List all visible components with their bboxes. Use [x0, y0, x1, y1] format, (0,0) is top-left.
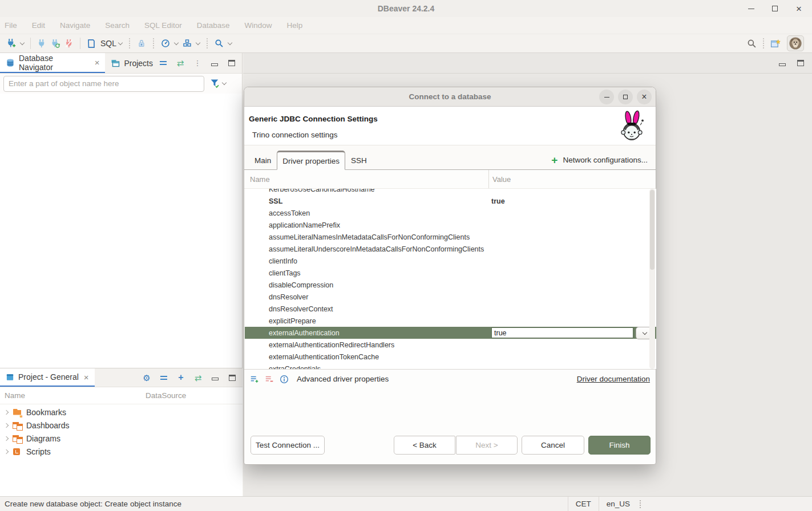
search-icon[interactable]	[212, 36, 226, 51]
driver-property-row[interactable]: dnsResolverContext	[245, 303, 656, 315]
next-button[interactable]: Next >	[456, 436, 518, 455]
tree-item-dashboards[interactable]: Dashboards	[0, 419, 243, 432]
dialog-minimize-icon[interactable]	[599, 90, 614, 104]
link-with-editor-icon[interactable]: ⇄	[193, 373, 203, 382]
tree-item-bookmarks[interactable]: Bookmarks	[0, 405, 243, 419]
menu-file[interactable]: File	[5, 21, 17, 30]
maximize-panel-icon[interactable]	[227, 59, 236, 68]
view-menu-icon[interactable]: ⋮	[193, 59, 202, 68]
driver-property-row[interactable]: clientInfo	[245, 255, 656, 267]
collapse-all-icon[interactable]	[159, 59, 168, 68]
dashboard-gauge-icon[interactable]	[159, 36, 172, 51]
column-name[interactable]: Name	[244, 175, 488, 184]
menu-database[interactable]: Database	[197, 21, 230, 30]
expander-chevron-icon[interactable]	[4, 436, 9, 440]
tab-ssh[interactable]: SSH	[345, 152, 373, 169]
minimize-panel-icon[interactable]	[778, 59, 787, 68]
close-tab-icon[interactable]: ×	[84, 373, 89, 382]
driver-property-row[interactable]: assumeLiteralUnderscoreInMetadataCallsFo…	[245, 243, 656, 255]
database-navigator-tree[interactable]	[0, 94, 242, 388]
chevron-down-icon[interactable]	[20, 40, 25, 44]
sql-editor-icon[interactable]	[84, 36, 98, 51]
network-configurations-button[interactable]: + Network configurations...	[551, 156, 648, 164]
tab-main[interactable]: Main	[249, 152, 277, 169]
driver-property-row[interactable]: clientTags	[245, 267, 656, 279]
driver-property-row[interactable]: SSLtrue	[245, 195, 656, 207]
link-with-editor-icon[interactable]: ⇄	[176, 59, 185, 68]
column-value[interactable]: Value	[488, 170, 656, 188]
cancel-button[interactable]: Cancel	[522, 436, 584, 455]
locale-indicator[interactable]: en_US	[599, 497, 637, 511]
minimize-panel-icon[interactable]	[210, 59, 219, 68]
expander-chevron-icon[interactable]	[4, 409, 9, 414]
tab-database-navigator[interactable]: Database Navigator ×	[0, 53, 105, 73]
statusbar-grip	[640, 500, 641, 508]
finish-button[interactable]: Finish	[588, 436, 651, 455]
chevron-down-icon[interactable]	[118, 40, 123, 44]
tree-item-diagrams[interactable]: Diagrams	[0, 432, 243, 445]
new-connection-icon[interactable]	[5, 36, 18, 51]
chevron-down-icon[interactable]	[174, 40, 179, 44]
scrollbar[interactable]	[649, 189, 655, 369]
tree-item-scripts[interactable]: Scripts	[0, 445, 243, 458]
projects-crate-icon[interactable]	[180, 36, 194, 51]
maximize-icon[interactable]	[770, 3, 780, 14]
driver-property-row[interactable]: extraCredentials	[245, 363, 656, 369]
connect-icon[interactable]	[35, 36, 49, 51]
chevron-down-icon[interactable]	[196, 40, 200, 44]
driver-property-row[interactable]: assumeLiteralNamesInMetadataCallsForNonC…	[245, 231, 656, 243]
driver-property-row[interactable]: dnsResolver	[245, 291, 656, 303]
disconnect-icon[interactable]	[62, 36, 76, 51]
expand-all-icon[interactable]: +	[176, 373, 185, 382]
driver-property-row[interactable]: applicationNamePrefix	[245, 219, 656, 231]
close-icon[interactable]: ×	[794, 3, 804, 14]
chevron-down-icon[interactable]	[228, 40, 232, 44]
menu-window[interactable]: Window	[244, 21, 272, 30]
sql-editor-label[interactable]: SQL	[100, 39, 116, 48]
dialog-titlebar[interactable]: Connect to a database ×	[244, 87, 656, 107]
expander-chevron-icon[interactable]	[4, 449, 9, 453]
driver-documentation-link[interactable]: Driver documentation	[577, 375, 650, 383]
add-property-icon[interactable]	[250, 375, 259, 384]
column-name[interactable]: Name	[0, 391, 146, 400]
driver-property-row[interactable]: explicitPrepare	[245, 315, 656, 327]
driver-property-row[interactable]: externalAuthenticationTokenCache	[245, 351, 656, 363]
property-value[interactable]	[489, 327, 656, 339]
driver-property-row[interactable]: KerberosUseCanonicalHostname	[245, 189, 656, 195]
menu-sql-editor[interactable]: SQL Editor	[144, 21, 182, 30]
driver-property-row[interactable]: externalAuthenticationRedirectHandlers	[245, 339, 656, 351]
filter-settings-button[interactable]	[210, 79, 228, 88]
driver-property-row[interactable]: disableCompression	[245, 279, 656, 291]
expander-chevron-icon[interactable]	[4, 423, 9, 427]
menu-help[interactable]: Help	[286, 21, 302, 30]
tab-project-general[interactable]: Project - General ×	[0, 368, 95, 387]
gear-icon[interactable]: ⚙	[142, 373, 151, 382]
tab-driver-properties[interactable]: Driver properties	[277, 151, 345, 170]
minimize-icon[interactable]	[746, 3, 756, 14]
dialog-maximize-icon[interactable]	[618, 90, 633, 104]
driver-property-row[interactable]: accessToken	[245, 207, 656, 219]
menu-edit[interactable]: Edit	[32, 21, 45, 30]
scrollbar-thumb[interactable]	[650, 190, 655, 270]
user-avatar[interactable]	[787, 35, 804, 51]
reconnect-icon[interactable]	[49, 36, 62, 51]
property-value-input[interactable]	[491, 327, 633, 338]
object-filter-input[interactable]	[3, 76, 204, 92]
timezone-indicator[interactable]: CET	[568, 497, 599, 511]
column-datasource[interactable]: DataSource	[146, 391, 186, 400]
global-search-icon[interactable]	[745, 36, 758, 51]
tab-projects[interactable]: Projects	[105, 53, 159, 73]
minimize-panel-icon[interactable]	[211, 373, 220, 382]
maximize-panel-icon[interactable]	[796, 59, 805, 68]
driver-property-row[interactable]: externalAuthentication	[245, 327, 656, 339]
open-perspective-icon[interactable]	[769, 36, 782, 51]
close-tab-icon[interactable]: ×	[95, 58, 100, 67]
menu-search[interactable]: Search	[105, 21, 130, 30]
dialog-close-icon[interactable]: ×	[637, 90, 652, 104]
test-connection-button[interactable]: Test Connection ...	[251, 436, 325, 455]
collapse-all-icon[interactable]	[159, 373, 168, 382]
back-button[interactable]: < Back	[394, 436, 455, 455]
menu-navigate[interactable]: Navigate	[60, 21, 90, 30]
maximize-panel-icon[interactable]	[228, 373, 237, 382]
remove-property-icon[interactable]	[265, 375, 274, 384]
